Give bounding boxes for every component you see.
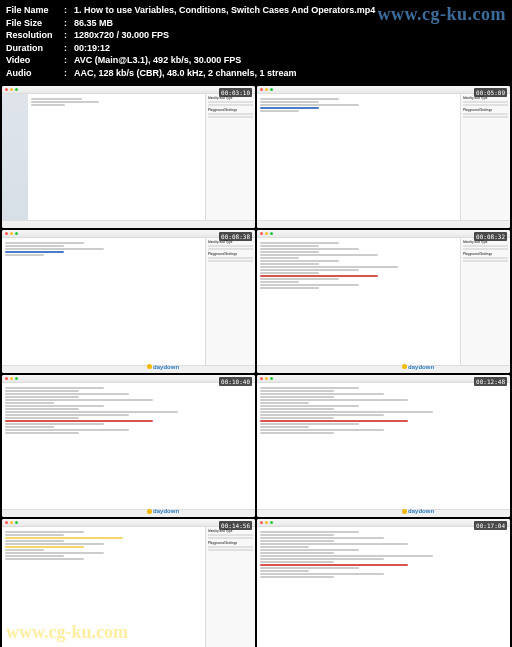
daydown-watermark: daydown (402, 364, 434, 370)
editor-area (257, 94, 460, 221)
thumbnail-2[interactable]: Identity and Type Playground Settings 00… (257, 86, 510, 229)
video-info-header: File Name : 1. How to use Variables, Con… (0, 0, 512, 84)
video-value: AVC (Main@L3.1), 492 kb/s, 30.000 FPS (74, 54, 241, 67)
timestamp-badge: 00:12:48 (474, 377, 507, 386)
maximize-icon[interactable] (15, 377, 18, 380)
editor-area (2, 238, 205, 365)
watermark-bottom: www.cg-ku.com (6, 622, 128, 643)
window-body (257, 527, 510, 647)
editor-area (28, 94, 205, 221)
debug-console (2, 509, 255, 517)
debug-console (257, 365, 510, 373)
daydown-watermark: daydown (402, 508, 434, 514)
close-icon[interactable] (5, 377, 8, 380)
filesize-label: File Size (6, 17, 64, 30)
daydown-watermark: daydown (147, 364, 179, 370)
window-titlebar (257, 375, 510, 383)
minimize-icon[interactable] (265, 232, 268, 235)
window-body (257, 383, 510, 510)
timestamp-badge: 00:08:38 (219, 232, 252, 241)
traffic-lights (260, 377, 273, 380)
close-icon[interactable] (260, 88, 263, 91)
audio-value: AAC, 128 kb/s (CBR), 48.0 kHz, 2 channel… (74, 67, 297, 80)
audio-label: Audio (6, 67, 64, 80)
inspector-panel: Identity and Type Playground Settings (205, 238, 255, 365)
traffic-lights (5, 377, 18, 380)
minimize-icon[interactable] (265, 377, 268, 380)
window-titlebar (2, 230, 255, 238)
inspector-panel: Identity and Type Playground Settings (205, 94, 255, 221)
maximize-icon[interactable] (270, 232, 273, 235)
close-icon[interactable] (260, 377, 263, 380)
inspector-panel: Identity and Type Playground Settings (460, 238, 510, 365)
maximize-icon[interactable] (270, 521, 273, 524)
maximize-icon[interactable] (270, 377, 273, 380)
traffic-lights (5, 232, 18, 235)
maximize-icon[interactable] (270, 88, 273, 91)
editor-area (257, 383, 510, 510)
thumbnail-4[interactable]: Identity and Type Playground Settings 00… (257, 230, 510, 373)
traffic-lights (5, 88, 18, 91)
minimize-icon[interactable] (10, 232, 13, 235)
thumbnail-3[interactable]: Identity and Type Playground Settings 00… (2, 230, 255, 373)
traffic-lights (260, 88, 273, 91)
debug-console (2, 220, 255, 228)
daydown-watermark: daydown (147, 508, 179, 514)
thumbnail-1[interactable]: Identity and Type Playground Settings 00… (2, 86, 255, 229)
duration-label: Duration (6, 42, 64, 55)
resolution-label: Resolution (6, 29, 64, 42)
window-body (2, 383, 255, 510)
close-icon[interactable] (260, 521, 263, 524)
minimize-icon[interactable] (265, 521, 268, 524)
timestamp-badge: 00:10:40 (219, 377, 252, 386)
close-icon[interactable] (5, 521, 8, 524)
window-titlebar (257, 519, 510, 527)
debug-console (257, 220, 510, 228)
filesize-value: 86.35 MB (74, 17, 113, 30)
window-body: Identity and Type Playground Settings (257, 94, 510, 221)
traffic-lights (260, 232, 273, 235)
watermark-top: www.cg-ku.com (378, 2, 507, 27)
window-body: Identity and Type Playground Settings (2, 238, 255, 365)
window-body: Identity and Type Playground Settings (2, 94, 255, 221)
close-icon[interactable] (5, 232, 8, 235)
minimize-icon[interactable] (10, 88, 13, 91)
maximize-icon[interactable] (15, 232, 18, 235)
timestamp-badge: 00:03:10 (219, 88, 252, 97)
inspector-panel: Identity and Type Playground Settings (460, 94, 510, 221)
window-titlebar (257, 230, 510, 238)
filename-label: File Name (6, 4, 64, 17)
close-icon[interactable] (260, 232, 263, 235)
window-body: Identity and Type Playground Settings (257, 238, 510, 365)
editor-area (257, 238, 460, 365)
debug-console (2, 365, 255, 373)
window-titlebar (257, 86, 510, 94)
editor-area (2, 383, 255, 510)
timestamp-badge: 00:14:56 (219, 521, 252, 530)
inspector-panel: Identity and Type Playground Settings (205, 527, 255, 647)
minimize-icon[interactable] (265, 88, 268, 91)
traffic-lights (260, 521, 273, 524)
maximize-icon[interactable] (15, 521, 18, 524)
duration-value: 00:19:12 (74, 42, 110, 55)
traffic-lights (5, 521, 18, 524)
close-icon[interactable] (5, 88, 8, 91)
thumbnail-5[interactable]: 00:10:40 daydown (2, 375, 255, 518)
window-titlebar (2, 519, 255, 527)
minimize-icon[interactable] (10, 521, 13, 524)
maximize-icon[interactable] (15, 88, 18, 91)
filename-value: 1. How to use Variables, Conditions, Swi… (74, 4, 375, 17)
timestamp-badge: 00:05:09 (474, 88, 507, 97)
navigator-sidebar (2, 94, 28, 221)
editor-area (257, 527, 510, 647)
timestamp-badge: 00:08:32 (474, 232, 507, 241)
thumbnail-grid: Identity and Type Playground Settings 00… (0, 84, 512, 647)
thumbnail-6[interactable]: 00:12:48 daydown (257, 375, 510, 518)
thumbnail-8[interactable]: 00:17:04 daydown (257, 519, 510, 647)
minimize-icon[interactable] (10, 377, 13, 380)
video-label: Video (6, 54, 64, 67)
window-titlebar (2, 375, 255, 383)
timestamp-badge: 00:17:04 (474, 521, 507, 530)
resolution-value: 1280x720 / 30.000 FPS (74, 29, 169, 42)
debug-console (257, 509, 510, 517)
